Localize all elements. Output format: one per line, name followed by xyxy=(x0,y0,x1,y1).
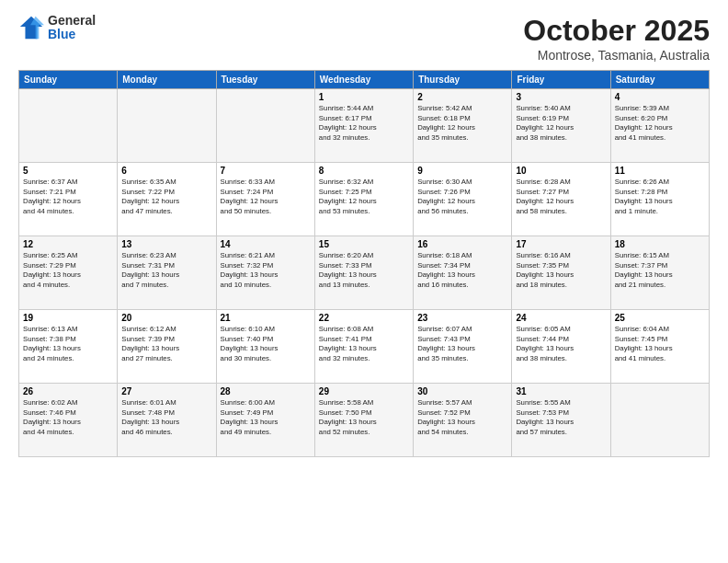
day-header-wednesday: Wednesday xyxy=(314,71,413,89)
day-header-friday: Friday xyxy=(512,71,610,89)
day-number: 9 xyxy=(417,166,507,176)
day-info: Sunrise: 6:00 AMSunset: 7:49 PMDaylight:… xyxy=(221,398,311,437)
logo-blue: Blue xyxy=(48,28,96,41)
calendar-cell xyxy=(19,89,118,163)
day-info: Sunrise: 6:04 AMSunset: 7:45 PMDaylight:… xyxy=(615,325,705,363)
calendar-cell: 23Sunrise: 6:07 AMSunset: 7:43 PMDayligh… xyxy=(414,310,512,384)
day-number: 23 xyxy=(417,313,507,323)
calendar-cell: 28Sunrise: 6:00 AMSunset: 7:49 PMDayligh… xyxy=(216,384,314,457)
day-number: 31 xyxy=(516,386,606,396)
calendar-cell: 29Sunrise: 5:58 AMSunset: 7:50 PMDayligh… xyxy=(314,384,413,457)
day-number: 4 xyxy=(615,92,705,102)
calendar-cell xyxy=(216,89,314,163)
logo-general: General xyxy=(48,14,96,28)
day-info: Sunrise: 5:40 AMSunset: 6:19 PMDaylight:… xyxy=(516,104,606,143)
day-number: 8 xyxy=(319,166,409,176)
week-row-1: 1Sunrise: 5:44 AMSunset: 6:17 PMDaylight… xyxy=(19,89,710,163)
calendar-cell: 16Sunrise: 6:18 AMSunset: 7:34 PMDayligh… xyxy=(414,236,512,310)
calendar-cell xyxy=(118,89,216,163)
day-info: Sunrise: 5:44 AMSunset: 6:17 PMDaylight:… xyxy=(319,104,409,143)
day-info: Sunrise: 6:23 AMSunset: 7:31 PMDaylight:… xyxy=(121,251,211,290)
calendar-cell: 22Sunrise: 6:08 AMSunset: 7:41 PMDayligh… xyxy=(314,310,413,384)
day-info: Sunrise: 6:13 AMSunset: 7:38 PMDaylight:… xyxy=(23,325,113,363)
day-info: Sunrise: 5:58 AMSunset: 7:50 PMDaylight:… xyxy=(319,398,409,437)
calendar: SundayMondayTuesdayWednesdayThursdayFrid… xyxy=(18,70,710,457)
calendar-cell: 12Sunrise: 6:25 AMSunset: 7:29 PMDayligh… xyxy=(19,236,118,310)
week-row-3: 12Sunrise: 6:25 AMSunset: 7:29 PMDayligh… xyxy=(19,236,710,310)
day-number: 14 xyxy=(221,239,311,249)
calendar-cell xyxy=(610,384,709,457)
day-number: 16 xyxy=(417,239,507,249)
day-number: 10 xyxy=(516,166,606,176)
day-info: Sunrise: 6:18 AMSunset: 7:34 PMDaylight:… xyxy=(417,251,507,290)
day-number: 19 xyxy=(23,313,113,323)
day-info: Sunrise: 6:20 AMSunset: 7:33 PMDaylight:… xyxy=(319,251,409,290)
day-info: Sunrise: 6:01 AMSunset: 7:48 PMDaylight:… xyxy=(121,398,211,437)
week-row-2: 5Sunrise: 6:37 AMSunset: 7:21 PMDaylight… xyxy=(19,163,710,236)
calendar-cell: 2Sunrise: 5:42 AMSunset: 6:18 PMDaylight… xyxy=(414,89,512,163)
subtitle: Montrose, Tasmania, Australia xyxy=(523,48,710,63)
calendar-cell: 30Sunrise: 5:57 AMSunset: 7:52 PMDayligh… xyxy=(414,384,512,457)
day-info: Sunrise: 6:25 AMSunset: 7:29 PMDaylight:… xyxy=(23,251,113,290)
day-number: 20 xyxy=(121,313,211,323)
logo: General Blue xyxy=(18,14,96,42)
week-row-5: 26Sunrise: 6:02 AMSunset: 7:46 PMDayligh… xyxy=(19,384,710,457)
day-number: 1 xyxy=(319,92,409,102)
day-header-monday: Monday xyxy=(118,71,216,89)
page: General Blue October 2025 Montrose, Tasm… xyxy=(0,0,728,563)
day-info: Sunrise: 5:39 AMSunset: 6:20 PMDaylight:… xyxy=(615,104,705,143)
day-number: 24 xyxy=(516,313,606,323)
calendar-cell: 15Sunrise: 6:20 AMSunset: 7:33 PMDayligh… xyxy=(314,236,413,310)
day-header-sunday: Sunday xyxy=(19,71,118,89)
calendar-cell: 27Sunrise: 6:01 AMSunset: 7:48 PMDayligh… xyxy=(118,384,216,457)
day-header-thursday: Thursday xyxy=(414,71,512,89)
calendar-cell: 5Sunrise: 6:37 AMSunset: 7:21 PMDaylight… xyxy=(19,163,118,236)
day-info: Sunrise: 6:02 AMSunset: 7:46 PMDaylight:… xyxy=(23,398,113,437)
header: General Blue October 2025 Montrose, Tasm… xyxy=(18,14,710,63)
day-info: Sunrise: 6:15 AMSunset: 7:37 PMDaylight:… xyxy=(615,251,705,290)
day-number: 22 xyxy=(319,313,409,323)
day-number: 17 xyxy=(516,239,606,249)
day-number: 3 xyxy=(516,92,606,102)
day-info: Sunrise: 6:07 AMSunset: 7:43 PMDaylight:… xyxy=(417,325,507,363)
day-number: 25 xyxy=(615,313,705,323)
day-info: Sunrise: 6:10 AMSunset: 7:40 PMDaylight:… xyxy=(221,325,311,363)
calendar-cell: 17Sunrise: 6:16 AMSunset: 7:35 PMDayligh… xyxy=(512,236,610,310)
day-number: 5 xyxy=(23,166,113,176)
calendar-cell: 14Sunrise: 6:21 AMSunset: 7:32 PMDayligh… xyxy=(216,236,314,310)
day-number: 6 xyxy=(121,166,211,176)
calendar-cell: 4Sunrise: 5:39 AMSunset: 6:20 PMDaylight… xyxy=(610,89,709,163)
day-number: 26 xyxy=(23,386,113,396)
day-info: Sunrise: 6:33 AMSunset: 7:24 PMDaylight:… xyxy=(221,178,311,216)
calendar-cell: 7Sunrise: 6:33 AMSunset: 7:24 PMDaylight… xyxy=(216,163,314,236)
day-number: 13 xyxy=(121,239,211,249)
calendar-cell: 25Sunrise: 6:04 AMSunset: 7:45 PMDayligh… xyxy=(610,310,709,384)
day-number: 15 xyxy=(319,239,409,249)
header-row: SundayMondayTuesdayWednesdayThursdayFrid… xyxy=(19,71,710,89)
day-info: Sunrise: 6:28 AMSunset: 7:27 PMDaylight:… xyxy=(516,178,606,216)
day-number: 12 xyxy=(23,239,113,249)
calendar-cell: 20Sunrise: 6:12 AMSunset: 7:39 PMDayligh… xyxy=(118,310,216,384)
calendar-cell: 11Sunrise: 6:26 AMSunset: 7:28 PMDayligh… xyxy=(610,163,709,236)
day-number: 18 xyxy=(615,239,705,249)
calendar-cell: 1Sunrise: 5:44 AMSunset: 6:17 PMDaylight… xyxy=(314,89,413,163)
day-number: 27 xyxy=(121,386,211,396)
title-block: October 2025 Montrose, Tasmania, Austral… xyxy=(523,14,710,63)
day-number: 30 xyxy=(417,386,507,396)
calendar-cell: 9Sunrise: 6:30 AMSunset: 7:26 PMDaylight… xyxy=(414,163,512,236)
month-title: October 2025 xyxy=(523,14,710,48)
day-info: Sunrise: 6:26 AMSunset: 7:28 PMDaylight:… xyxy=(615,178,705,216)
calendar-cell: 26Sunrise: 6:02 AMSunset: 7:46 PMDayligh… xyxy=(19,384,118,457)
day-info: Sunrise: 6:21 AMSunset: 7:32 PMDaylight:… xyxy=(221,251,311,290)
day-number: 11 xyxy=(615,166,705,176)
day-info: Sunrise: 6:32 AMSunset: 7:25 PMDaylight:… xyxy=(319,178,409,216)
week-row-4: 19Sunrise: 6:13 AMSunset: 7:38 PMDayligh… xyxy=(19,310,710,384)
calendar-cell: 21Sunrise: 6:10 AMSunset: 7:40 PMDayligh… xyxy=(216,310,314,384)
calendar-cell: 3Sunrise: 5:40 AMSunset: 6:19 PMDaylight… xyxy=(512,89,610,163)
day-number: 21 xyxy=(221,313,311,323)
day-info: Sunrise: 5:57 AMSunset: 7:52 PMDaylight:… xyxy=(417,398,507,437)
calendar-cell: 6Sunrise: 6:35 AMSunset: 7:22 PMDaylight… xyxy=(118,163,216,236)
calendar-cell: 31Sunrise: 5:55 AMSunset: 7:53 PMDayligh… xyxy=(512,384,610,457)
calendar-cell: 10Sunrise: 6:28 AMSunset: 7:27 PMDayligh… xyxy=(512,163,610,236)
day-info: Sunrise: 6:37 AMSunset: 7:21 PMDaylight:… xyxy=(23,178,113,216)
